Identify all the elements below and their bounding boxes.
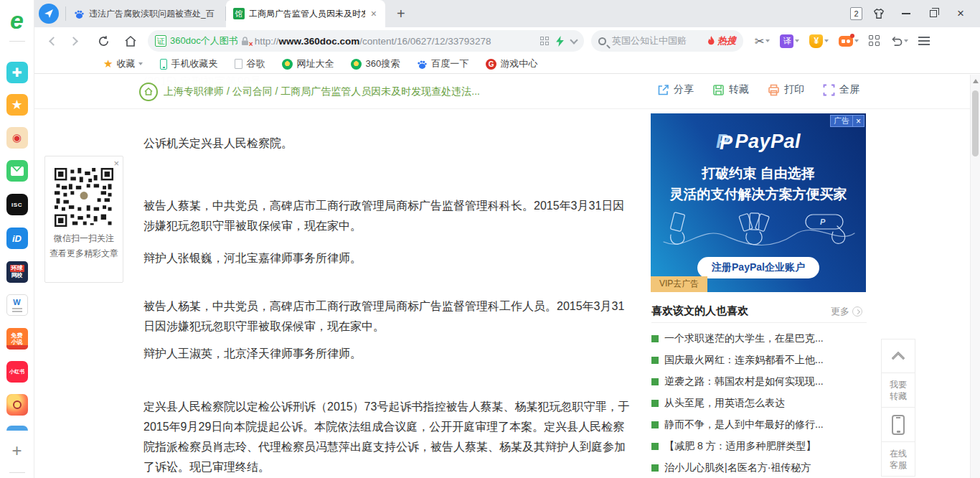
menu-button[interactable] xyxy=(918,37,930,45)
sidebar-mail-icon[interactable] xyxy=(6,160,28,182)
school-line1: 环球 xyxy=(10,265,24,272)
back-button[interactable] xyxy=(40,30,63,52)
paper-plane-icon xyxy=(44,9,54,19)
scrollbar-thumb[interactable] xyxy=(972,90,979,156)
print-icon xyxy=(768,84,780,96)
page-scrollbar[interactable] xyxy=(970,75,980,478)
qr-toolbar-icon[interactable] xyxy=(540,37,549,45)
translate-button[interactable]: 译 xyxy=(780,34,799,48)
novel-line1: 免费 xyxy=(11,332,23,339)
qr-caption-1: 微信扫一扫关注 xyxy=(45,231,123,246)
sidebar-word-icon[interactable]: W xyxy=(6,294,28,316)
search-box[interactable]: 英国公知让中国赔 热搜 xyxy=(591,30,743,52)
envelope-icon xyxy=(11,167,24,176)
article-paragraph: 公诉机关定兴县人民检察院。 xyxy=(143,133,631,154)
print-button[interactable]: 打印 xyxy=(768,83,804,96)
url-scheme: http:// xyxy=(255,36,279,47)
back-to-top-button[interactable] xyxy=(881,339,915,373)
scroll-up-arrow[interactable] xyxy=(973,79,979,83)
tab-count-badge[interactable]: 2 xyxy=(850,7,862,20)
breadcrumb-home-icon[interactable] xyxy=(139,83,158,101)
mobile-app-button[interactable] xyxy=(881,408,915,442)
bookmark-google[interactable]: 谷歌 xyxy=(235,57,265,70)
bookmark-mobile-folder[interactable]: 手机收藏夹 xyxy=(160,57,217,70)
nav-compass-button[interactable] xyxy=(39,4,59,24)
related-item[interactable]: 国庆最火网红：连亲妈都看不上他... xyxy=(651,350,867,371)
bookmark-360-search[interactable]: 360搜索 xyxy=(351,57,400,70)
lock-broken-icon: × xyxy=(241,37,249,46)
bookmark-label: 收藏 xyxy=(116,57,135,70)
ad-close-icon[interactable]: × xyxy=(853,116,864,126)
related-item[interactable]: 一个求职迷茫的大学生，在星巴克... xyxy=(651,328,867,350)
related-item[interactable]: 从头至尾，用英语怎么表达 xyxy=(651,393,867,414)
sidebar-novel-icon[interactable]: 免费 小说 xyxy=(6,328,28,350)
online-service-button[interactable]: 在线 客服 xyxy=(881,442,915,477)
breadcrumb-item[interactable]: 工商局广告监管人员因未及时发现查处违法... xyxy=(273,85,480,97)
refresh-button[interactable] xyxy=(92,30,115,52)
theme-shirt-icon[interactable] xyxy=(868,4,890,24)
share-button[interactable]: 分享 xyxy=(657,83,694,96)
save-label: 转藏 xyxy=(729,83,749,96)
paypal-wordmark: PayPal xyxy=(735,131,801,152)
url-path: /content/16/0627/12/33793278 xyxy=(359,36,491,47)
breadcrumb-item[interactable]: 公司合同 xyxy=(224,85,273,97)
bookmark-baidu[interactable]: 百度一下 xyxy=(417,57,468,70)
sidebar-partial-icon[interactable] xyxy=(6,426,28,431)
related-item[interactable]: 静而不争，是人到中年最好的修行... xyxy=(651,414,867,436)
tab-360doc-article[interactable]: 馆 工商局广告监管人员因未及时发 × xyxy=(226,0,385,27)
caret-icon xyxy=(904,39,908,42)
related-more-link[interactable]: 更多 xyxy=(831,305,862,318)
forward-button[interactable] xyxy=(63,30,86,52)
screenshot-button[interactable]: ✂ xyxy=(755,34,770,48)
wallet-icon: ¥ xyxy=(809,34,823,48)
sidebar-isc-icon[interactable]: ISC xyxy=(6,194,28,215)
new-tab-button[interactable]: + xyxy=(392,6,410,22)
sidebar-add-button[interactable]: + xyxy=(11,441,22,460)
bullet-icon xyxy=(651,421,659,428)
bullet-icon xyxy=(651,357,659,364)
games-button[interactable] xyxy=(839,36,859,47)
related-item[interactable]: 逆袭之路：韩国农村是如何实现现... xyxy=(651,371,867,393)
hot-search-link[interactable]: 热搜 xyxy=(707,34,736,47)
page-actions: 分享 转藏 打印 全屏 xyxy=(657,83,859,96)
bookmark-game-center[interactable]: G游戏中心 xyxy=(486,57,537,70)
tab-baidu-result[interactable]: 违法广告腐败渎职问题被查处_百 xyxy=(66,0,225,27)
sidebar-weibo-icon[interactable]: ◉ xyxy=(6,127,28,149)
home-icon xyxy=(124,35,137,47)
qr-close-icon[interactable]: × xyxy=(113,158,119,169)
sidebar-health-icon[interactable]: ✚ xyxy=(6,62,28,83)
related-item[interactable]: 【减肥 8 方：适用多种肥胖类型】 xyxy=(651,436,867,457)
baidu-icon xyxy=(417,59,428,70)
lightning-icon[interactable] xyxy=(556,36,564,47)
sidebar-xiaohongshu-icon[interactable]: 小红书 xyxy=(6,361,28,383)
bookmark-site-nav[interactable]: 网址大全 xyxy=(282,57,334,70)
word-lines xyxy=(12,308,22,312)
ad-cta-button[interactable]: 注册PayPal企业账户 xyxy=(697,257,819,278)
word-label: W xyxy=(13,298,20,306)
school-line2: 网校 xyxy=(11,272,23,279)
apps-button[interactable] xyxy=(869,35,880,47)
restore-button[interactable] xyxy=(923,4,944,24)
home-button[interactable] xyxy=(119,30,142,52)
minimize-button[interactable] xyxy=(895,4,917,24)
bookmark-favorites[interactable]: ★收藏 xyxy=(103,57,143,70)
chevron-down-icon[interactable] xyxy=(570,36,578,44)
more-chevron-icon xyxy=(852,306,862,317)
paypal-ad-banner[interactable]: 广告 × PPPayPal 打破约束 自由选择 灵活的支付解决方案方便买家 P … xyxy=(651,113,866,292)
vip-remove-ads-button[interactable]: VIP去广告 xyxy=(651,276,707,292)
close-tab-icon[interactable]: × xyxy=(369,8,378,19)
fullscreen-button[interactable]: 全屏 xyxy=(823,83,859,96)
sidebar-id-icon[interactable]: iD xyxy=(6,228,28,249)
sidebar-school-icon[interactable]: 环球 网校 xyxy=(6,261,28,283)
sidebar-favorites-icon[interactable]: ★ xyxy=(6,94,28,116)
undo-button[interactable] xyxy=(890,36,908,47)
breadcrumb-item[interactable]: 上海专职律师 xyxy=(164,85,224,97)
close-button[interactable]: × xyxy=(950,4,971,24)
sidebar-game-icon[interactable] xyxy=(6,394,28,416)
address-bar[interactable]: 证 360doc个人图书 × http://www.360doc.com/con… xyxy=(148,30,584,52)
more-label: 更多 xyxy=(831,305,849,318)
save-article-button[interactable]: 我要 转藏 xyxy=(881,373,915,408)
related-item[interactable]: 治小儿心肌炎|名医名方·祖传秘方 xyxy=(651,457,867,478)
save-button[interactable]: 转藏 xyxy=(712,83,749,96)
wallet-button[interactable]: ¥ xyxy=(809,34,829,48)
